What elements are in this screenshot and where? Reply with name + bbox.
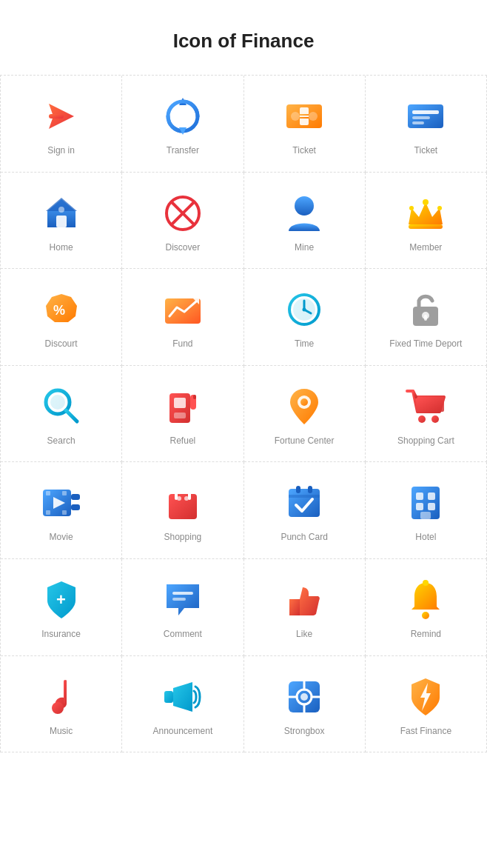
svg-point-76	[423, 580, 429, 586]
fast-finance-icon	[406, 677, 446, 717]
cell-fortune-center: Fortune Center	[244, 366, 366, 463]
cell-insurance: + Insurance	[1, 559, 122, 656]
ticket-orange-label: Ticket	[292, 145, 316, 157]
svg-rect-1	[49, 114, 64, 118]
svg-rect-74	[172, 598, 186, 601]
refuel-label: Refuel	[170, 435, 196, 447]
home-label: Home	[50, 242, 73, 254]
comment-label: Comment	[164, 629, 202, 641]
mine-icon	[284, 193, 324, 233]
svg-rect-67	[416, 493, 423, 500]
svg-rect-13	[56, 216, 67, 227]
ticket-blue-label: Ticket	[414, 145, 438, 157]
svg-rect-9	[412, 110, 439, 114]
movie-icon	[41, 483, 81, 523]
svg-rect-53	[71, 504, 80, 510]
search-label: Search	[47, 435, 75, 447]
svg-rect-19	[409, 224, 443, 229]
shopping-label: Shopping	[164, 532, 202, 544]
svg-rect-71	[420, 512, 431, 519]
cell-music: Music	[1, 656, 122, 753]
discover-icon	[163, 193, 203, 233]
svg-point-22	[437, 206, 442, 210]
cell-search: Search	[1, 366, 122, 463]
cell-member: Member	[366, 173, 487, 270]
mine-label: Mine	[295, 242, 314, 254]
svg-point-14	[58, 207, 64, 213]
cell-shopping-cart: Shopping Cart	[366, 366, 487, 463]
fund-label: Fund	[172, 338, 192, 350]
svg-rect-73	[172, 592, 193, 595]
cell-shopping: Shopping	[122, 462, 243, 559]
icon-grid: Sign in Transfer	[0, 75, 487, 752]
svg-rect-42	[193, 395, 196, 399]
cell-refuel: Refuel	[122, 366, 243, 463]
cell-ticket-blue: Ticket	[366, 76, 487, 173]
punch-card-label: Punch Card	[281, 532, 327, 544]
cell-time: Time	[244, 269, 366, 366]
discover-label: Discover	[166, 242, 201, 254]
svg-rect-57	[46, 510, 50, 515]
cell-movie: Movie	[1, 462, 122, 559]
svg-line-38	[66, 410, 77, 421]
discount-label: Discourt	[45, 338, 78, 350]
svg-rect-65	[289, 495, 320, 498]
strongbox-icon	[284, 677, 324, 717]
cell-transfer: Transfer	[122, 76, 243, 173]
svg-rect-43	[174, 413, 186, 418]
fixed-time-deport-icon	[406, 290, 446, 330]
announcement-label: Announcement	[153, 726, 213, 738]
fund-icon	[163, 290, 203, 330]
insurance-icon: +	[41, 580, 81, 620]
svg-rect-7	[300, 107, 309, 125]
shopping-icon	[163, 483, 203, 523]
svg-rect-69	[416, 503, 423, 510]
member-icon	[406, 193, 446, 233]
comment-icon	[163, 580, 203, 620]
svg-point-75	[422, 612, 429, 619]
svg-point-20	[423, 199, 429, 205]
ticket-blue-icon	[406, 96, 446, 136]
svg-rect-59	[169, 494, 197, 519]
cell-ticket-orange: Ticket	[244, 76, 366, 173]
time-label: Time	[295, 338, 314, 350]
cell-strongbox: Strongbox	[244, 656, 366, 753]
svg-point-21	[409, 206, 414, 210]
hotel-label: Hotel	[415, 532, 436, 544]
announcement-icon	[163, 677, 203, 717]
strongbox-label: Strongbox	[284, 726, 325, 738]
svg-point-37	[50, 395, 65, 410]
discount-icon: %	[41, 290, 81, 330]
music-label: Music	[50, 726, 73, 738]
page-title: Icon of Finance	[0, 0, 487, 75]
svg-rect-55	[46, 491, 50, 495]
fixed-time-deport-label: Fixed Time Deport	[389, 338, 462, 350]
fortune-center-label: Fortune Center	[275, 435, 335, 447]
svg-point-6	[309, 112, 318, 121]
cell-sign-in: Sign in	[1, 76, 122, 173]
sign-in-icon	[41, 96, 81, 136]
svg-point-18	[295, 196, 314, 216]
svg-rect-11	[412, 121, 424, 124]
svg-text:%: %	[53, 303, 65, 318]
svg-rect-62	[289, 489, 320, 517]
cell-fast-finance: Fast Finance	[366, 656, 487, 753]
svg-rect-78	[64, 680, 67, 704]
ticket-orange-icon	[284, 96, 324, 136]
remind-label: Remind	[411, 629, 441, 641]
cell-hotel: Hotel	[366, 462, 487, 559]
search-icon	[41, 387, 81, 427]
svg-rect-40	[174, 398, 186, 408]
remind-icon	[406, 580, 446, 620]
hotel-icon	[406, 483, 446, 523]
cell-fixed-time-deport: Fixed Time Deport	[366, 269, 487, 366]
svg-rect-63	[296, 486, 300, 493]
svg-rect-68	[428, 493, 435, 500]
cell-like: Like	[244, 559, 366, 656]
home-icon	[41, 193, 81, 233]
insurance-label: Insurance	[41, 629, 81, 641]
svg-point-61	[184, 496, 189, 501]
svg-point-77	[52, 702, 64, 714]
cell-mine: Mine	[244, 173, 366, 270]
cell-discover: Discover	[122, 173, 243, 270]
